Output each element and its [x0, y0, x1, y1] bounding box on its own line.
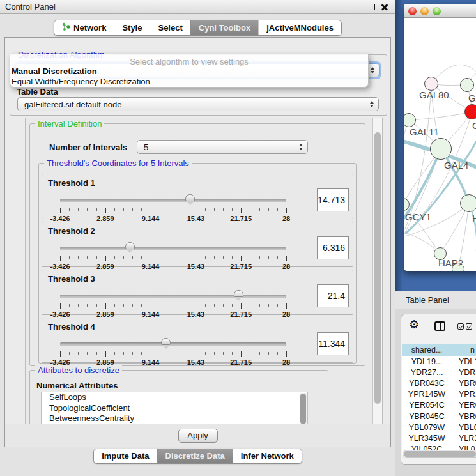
- thresholds-group: Threshold's Coordinates for 5 Intervals …: [38, 163, 357, 364]
- network-node[interactable]: [460, 78, 474, 92]
- columns-icon[interactable]: [434, 321, 445, 331]
- tab-select[interactable]: Select: [150, 20, 190, 35]
- threshold-value-field[interactable]: 14.713: [317, 188, 349, 211]
- table-row[interactable]: YBL079WYBL0: [402, 422, 476, 433]
- slider-handle[interactable]: [185, 194, 195, 201]
- slider-handle[interactable]: [125, 242, 135, 249]
- tab-network[interactable]: Network: [54, 20, 114, 35]
- table-cell-name: YDR2: [452, 367, 476, 378]
- table-cell-name: YBR0: [452, 411, 476, 422]
- slider-track[interactable]: [60, 247, 286, 250]
- control-panel-body: Discretization Algorithm Table Data galF…: [4, 37, 391, 447]
- slider-track[interactable]: [60, 199, 286, 202]
- zoom-traffic-light[interactable]: [433, 7, 441, 15]
- algorithm-dropdown-popup: Select algorithm to view settings Manual…: [10, 54, 369, 88]
- table-row[interactable]: YBR043CYBR0: [402, 378, 476, 388]
- horizontal-scrollbar: [403, 450, 476, 458]
- network-node[interactable]: [464, 104, 476, 119]
- threshold-label: Threshold 2: [48, 226, 95, 236]
- column-header-shared[interactable]: shared...: [402, 344, 452, 356]
- list-scrollbar: [300, 393, 307, 425]
- tab-impute-data[interactable]: Impute Data: [94, 449, 157, 463]
- network-node[interactable]: [430, 138, 452, 160]
- tab-label: Select: [158, 23, 182, 33]
- settings-scroll-pane: Interval Definition Number of Intervals …: [25, 118, 383, 425]
- gear-icon[interactable]: ⚙: [409, 319, 419, 330]
- node-label: GAL11: [410, 127, 439, 137]
- minimize-traffic-light[interactable]: [420, 7, 429, 15]
- number-of-intervals-label: Number of Intervals: [49, 142, 127, 152]
- screen: Control Panel NetworkStyleSelectCyni Too…: [0, 0, 476, 476]
- threshold-slider: -3.4262.8599.14415.4321.71528: [60, 337, 286, 363]
- vertical-scrollbar-thumb[interactable]: [374, 132, 381, 404]
- tab-infer-network[interactable]: Infer Network: [233, 449, 302, 463]
- checkbox-icon[interactable]: [466, 323, 472, 330]
- table-data-value: galFiltered.sif default node: [24, 100, 121, 109]
- apply-button[interactable]: Apply: [178, 429, 218, 443]
- table-row[interactable]: YBR045CYBR0: [402, 411, 476, 422]
- float-window-icon[interactable]: [369, 4, 375, 10]
- list-item[interactable]: TopologicalCoefficient: [42, 403, 307, 414]
- close-icon[interactable]: [381, 3, 388, 11]
- checkbox-icon[interactable]: [457, 323, 464, 330]
- table-cell-shared-name: YDR27...: [402, 367, 452, 378]
- threshold-value-field[interactable]: 21.4: [317, 284, 349, 307]
- threshold-row: Threshold 3-3.4262.8599.14415.4321.71528…: [42, 270, 353, 315]
- group-title: Interval Definition: [35, 119, 104, 128]
- intervals-value: 5: [144, 142, 148, 152]
- tab-cyni-toolbox[interactable]: Cyni Toolbox: [190, 20, 258, 35]
- table-data-combobox[interactable]: galFiltered.sif default node: [17, 97, 379, 111]
- interval-definition-group: Interval Definition Number of Intervals …: [29, 123, 365, 366]
- table-row[interactable]: YPR145WYPR1: [402, 389, 476, 400]
- tab-jactivemnodules[interactable]: jActiveMNodules: [258, 20, 341, 35]
- scale-label: 9.144: [142, 358, 160, 366]
- table-cell-shared-name: YBR043C: [402, 378, 452, 388]
- intervals-combobox[interactable]: 5: [137, 140, 308, 154]
- network-node[interactable]: [424, 77, 438, 91]
- group-title: Attributes to discretize: [35, 365, 122, 375]
- tab-discretize-data[interactable]: Discretize Data: [157, 449, 233, 463]
- threshold-row: Threshold 1-3.4262.8599.14415.4321.71528…: [42, 174, 353, 219]
- slider-ticks: [60, 303, 286, 310]
- table-cell-name: YLR3: [452, 433, 476, 443]
- bottom-tab-bar: Impute DataDiscretize DataInfer Network: [0, 449, 395, 464]
- table-cell-shared-name: YBL079W: [402, 422, 452, 433]
- tab-style[interactable]: Style: [114, 20, 150, 35]
- table-row[interactable]: YDR27...YDR2: [402, 367, 476, 378]
- popup-item-manual-discretization[interactable]: Manual Discretization: [10, 66, 368, 77]
- scale-label: 28: [282, 358, 290, 366]
- slider-track[interactable]: [60, 295, 286, 298]
- close-traffic-light[interactable]: [408, 7, 417, 15]
- horizontal-scrollbar-thumb[interactable]: [404, 451, 476, 457]
- attributes-group: Attributes to discretize Numerical Attri…: [29, 370, 328, 425]
- column-header-name[interactable]: n: [452, 344, 476, 356]
- threshold-value-field[interactable]: 11.344: [317, 332, 349, 355]
- popup-item-equal-width-frequency[interactable]: Equal Width/Frequency Discretization: [10, 77, 368, 87]
- network-node[interactable]: [460, 194, 476, 212]
- control-panel-titlebar: Control Panel: [0, 0, 395, 14]
- node-label: GA: [468, 93, 476, 104]
- table-row[interactable]: YER054CYER0: [402, 400, 476, 411]
- table-row[interactable]: YLR345WYLR3: [402, 433, 476, 443]
- table-cell-name: YBL0: [452, 422, 476, 433]
- list-scrollbar-thumb[interactable]: [300, 394, 306, 424]
- table-cell-shared-name: YLR345W: [402, 433, 452, 443]
- combo-stepper-icon: [370, 101, 374, 107]
- network-icon: [62, 22, 70, 33]
- network-window: GAL80GACGAL11GAL4GCY1HHAP2: [404, 4, 476, 271]
- slider-track[interactable]: [60, 342, 286, 346]
- list-item[interactable]: BetweennessCentrality: [42, 413, 307, 424]
- slider-handle[interactable]: [234, 290, 243, 297]
- slider-ticks: [60, 256, 286, 262]
- threshold-value-field[interactable]: 6.316: [317, 236, 349, 259]
- vertical-scrollbar: [372, 118, 382, 424]
- network-canvas[interactable]: GAL80GACGAL11GAL4GCY1HHAP2: [404, 18, 476, 271]
- threshold-label: Threshold 3: [48, 274, 95, 284]
- table-header-row: shared... n: [402, 344, 476, 356]
- table-cell-name: YDL1: [452, 356, 476, 367]
- list-item[interactable]: SelfLoops: [42, 392, 307, 403]
- threshold-label: Threshold 1: [48, 178, 95, 188]
- slider-handle[interactable]: [161, 338, 171, 345]
- table-row[interactable]: YDL19...YDL1: [402, 356, 476, 367]
- table-cell-name: YER0: [452, 400, 476, 411]
